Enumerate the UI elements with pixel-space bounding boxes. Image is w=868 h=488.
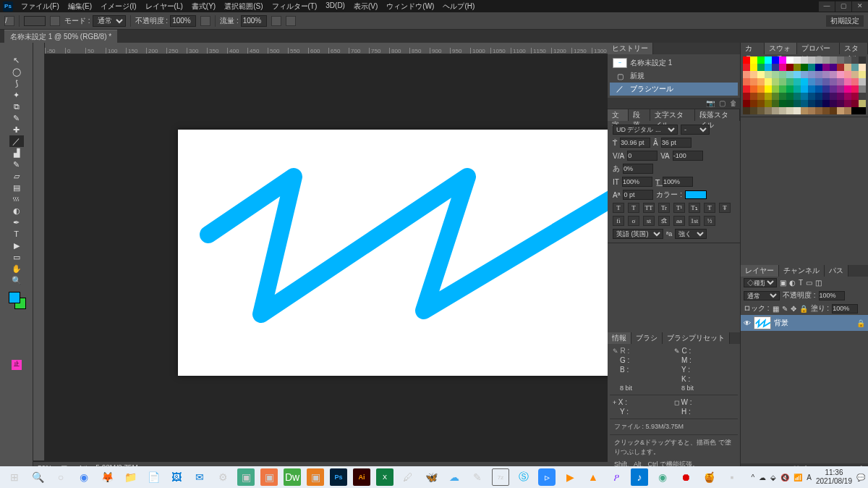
font-style-select[interactable]: - xyxy=(681,125,710,135)
record-icon[interactable]: ⏺ xyxy=(677,468,694,486)
swatch[interactable] xyxy=(851,85,859,93)
swatch[interactable] xyxy=(786,93,793,100)
swatch[interactable] xyxy=(844,71,851,78)
swatch-grid[interactable] xyxy=(743,56,866,114)
app-icon-2[interactable]: ▣ xyxy=(260,468,278,486)
swatch[interactable] xyxy=(822,107,830,114)
menu-3d[interactable]: 3D(D) xyxy=(322,0,349,13)
swatch[interactable] xyxy=(779,100,786,107)
swatch[interactable] xyxy=(808,64,815,71)
scale-input[interactable] xyxy=(623,164,653,174)
swatch[interactable] xyxy=(793,100,801,107)
hscale-input[interactable] xyxy=(663,177,693,187)
swatch[interactable] xyxy=(808,78,815,85)
superscript[interactable]: T¹ xyxy=(673,203,685,213)
skype-icon[interactable]: Ⓢ xyxy=(515,468,532,486)
swatch[interactable] xyxy=(859,100,866,107)
channels-tab[interactable]: チャンネル xyxy=(779,265,825,277)
swatch[interactable] xyxy=(757,56,765,64)
paths-tab[interactable]: パス xyxy=(825,265,848,277)
swatch[interactable] xyxy=(772,85,779,93)
menu-window[interactable]: ウィンドウ(W) xyxy=(383,0,438,13)
swatch[interactable] xyxy=(757,71,765,78)
swatch[interactable] xyxy=(779,78,786,85)
swatch[interactable] xyxy=(808,107,815,114)
swatch[interactable] xyxy=(786,64,793,71)
menu-filter[interactable]: フィルター(T) xyxy=(268,0,321,13)
vscale-input[interactable] xyxy=(622,177,652,187)
swatch[interactable] xyxy=(765,56,772,64)
shape-tool[interactable]: ▭ xyxy=(9,251,24,263)
swatch[interactable] xyxy=(765,107,772,114)
text-color-swatch[interactable] xyxy=(685,190,707,199)
settings-icon[interactable]: ⚙ xyxy=(214,468,231,486)
swatch[interactable] xyxy=(743,100,750,107)
search-icon[interactable]: 🔍 xyxy=(29,468,46,486)
history-delete-icon[interactable]: 🗑 xyxy=(730,99,737,107)
info-tab[interactable]: 情報 xyxy=(608,332,631,344)
swatch[interactable] xyxy=(808,93,815,100)
wand-tool[interactable]: ✦ xyxy=(9,89,24,101)
excel-icon[interactable]: X xyxy=(376,468,393,486)
swatch[interactable] xyxy=(801,100,808,107)
swatch[interactable] xyxy=(837,100,844,107)
swatch[interactable] xyxy=(859,78,866,85)
swatch[interactable] xyxy=(859,71,866,78)
swatch[interactable] xyxy=(786,56,793,64)
swatch[interactable] xyxy=(844,100,851,107)
explorer-icon[interactable]: 📁 xyxy=(122,468,139,486)
swatch[interactable] xyxy=(765,85,772,93)
strikethrough[interactable]: Ŧ xyxy=(719,203,731,213)
app-icon-9[interactable]: 🍯 xyxy=(700,468,718,486)
path-select-tool[interactable]: ▶ xyxy=(9,240,24,251)
swatch[interactable] xyxy=(859,56,866,64)
swatch[interactable] xyxy=(786,107,793,114)
canvas[interactable] xyxy=(178,130,608,376)
stamp-tool[interactable]: ▟ xyxy=(9,147,24,159)
swatch[interactable] xyxy=(859,85,866,93)
swatch[interactable] xyxy=(844,107,851,114)
swatch[interactable] xyxy=(765,100,772,107)
pressure-size-toggle[interactable] xyxy=(286,16,296,26)
swatch[interactable] xyxy=(743,85,750,93)
swatch[interactable] xyxy=(822,100,830,107)
menu-file[interactable]: ファイル(F) xyxy=(17,0,63,13)
swatch[interactable] xyxy=(808,56,815,64)
sublime-icon[interactable]: ▣ xyxy=(307,468,324,486)
dreamweaver-icon[interactable]: Dw xyxy=(284,468,301,486)
swatch[interactable] xyxy=(830,93,837,100)
font-size-input[interactable] xyxy=(620,138,650,148)
tray-cloud-icon[interactable]: ☁ xyxy=(759,474,766,481)
lock-paint-icon[interactable]: ✎ xyxy=(782,305,788,313)
tracking-input[interactable] xyxy=(673,151,703,161)
swatch[interactable] xyxy=(808,85,815,93)
quickmask-toggle[interactable]: 止 xyxy=(12,360,22,370)
blend-mode-layer-select[interactable]: 通常 xyxy=(744,291,780,300)
blend-mode-select[interactable]: 通常 xyxy=(93,15,126,27)
tray-up-icon[interactable]: ^ xyxy=(752,474,755,481)
app-icon-8[interactable]: ◉ xyxy=(654,468,671,486)
airbrush-toggle[interactable] xyxy=(271,16,281,26)
swatch[interactable] xyxy=(750,64,757,71)
app-icon-10[interactable]: ▪ xyxy=(723,468,741,486)
swatch[interactable] xyxy=(815,78,822,85)
swatch[interactable] xyxy=(808,100,815,107)
swatch[interactable] xyxy=(786,85,793,93)
swatch[interactable] xyxy=(815,93,822,100)
app-icon-5[interactable]: ☁ xyxy=(446,468,463,486)
lasso-tool[interactable]: ⟆ xyxy=(9,77,24,89)
small-caps[interactable]: Tr xyxy=(658,203,670,213)
baseline-input[interactable] xyxy=(623,190,653,200)
swatch[interactable] xyxy=(837,93,844,100)
swatch[interactable] xyxy=(822,78,830,85)
styles-tab[interactable]: スタイル xyxy=(840,43,868,54)
swatch[interactable] xyxy=(793,71,801,78)
swatch[interactable] xyxy=(757,107,765,114)
swatch[interactable] xyxy=(830,56,837,64)
menu-layer[interactable]: レイヤー(L) xyxy=(142,0,187,13)
gradient-tool[interactable]: ▤ xyxy=(9,182,24,193)
move-tool[interactable]: ↖ xyxy=(9,54,24,66)
swatch[interactable] xyxy=(844,78,851,85)
history-snapshot-icon[interactable]: 📷 xyxy=(706,99,715,107)
tool-preset-icon[interactable]: / xyxy=(4,16,14,26)
